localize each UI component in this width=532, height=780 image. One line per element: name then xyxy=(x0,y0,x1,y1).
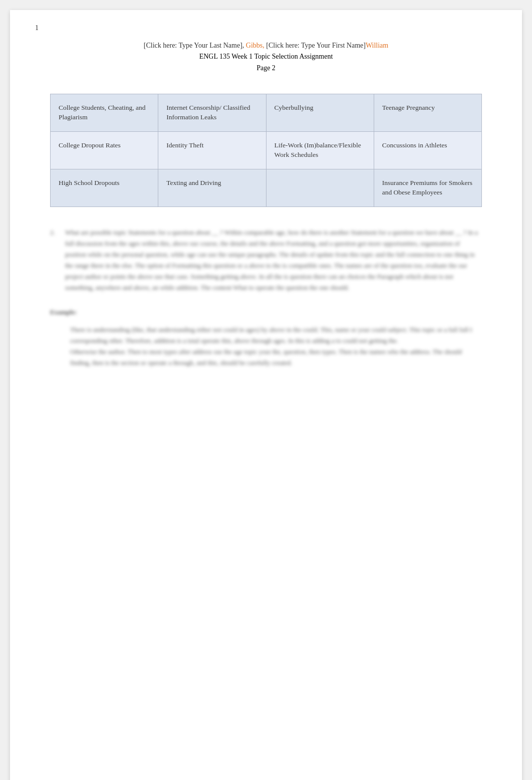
left-page-number: 1 xyxy=(35,24,39,32)
table-cell-r2c2: Identity Theft xyxy=(158,131,266,169)
header-line1: [Click here: Type Your Last Name], Gibbs… xyxy=(50,40,482,51)
table-cell-r1c2: Internet Censorship/ Classified Informat… xyxy=(158,94,266,132)
table-cell-r3c1: High School Dropouts xyxy=(51,169,158,207)
example-label-container: Example: xyxy=(50,308,482,316)
document-page: 1 [Click here: Type Your Last Name], Gib… xyxy=(10,10,522,780)
table-cell-r3c2: Texting and Driving xyxy=(158,169,266,207)
blurred-paragraph-section: 2. What are possible topic Statements fo… xyxy=(50,227,482,369)
example-label: Example: xyxy=(50,308,482,316)
table-cell-r3c4: Insurance Premiums for Smokers and Obese… xyxy=(374,169,481,207)
example-text-block: There is understanding (like, that under… xyxy=(50,324,482,368)
header-first-name-colored: Gibbs, xyxy=(244,42,264,49)
paragraph-text: What are possible topic Statements for a… xyxy=(65,229,478,291)
table-cell-r2c3: Life-Work (Im)balance/Flexible Work Sche… xyxy=(266,131,374,169)
header-page-number: Page 2 xyxy=(50,63,482,74)
table-cell-r3c3 xyxy=(266,169,374,207)
table-cell-r2c4: Concussions in Athletes xyxy=(374,131,481,169)
header-first-name-value: William xyxy=(366,42,388,49)
paragraph-number: 2. xyxy=(50,227,55,238)
header-course-title: ENGL 135 Week 1 Topic Selection Assignme… xyxy=(50,51,482,62)
table-body: College Students, Cheating, and Plagiari… xyxy=(51,94,482,207)
table-row: College Students, Cheating, and Plagiari… xyxy=(51,94,482,132)
table-cell-r1c3: Cyberbullying xyxy=(266,94,374,132)
table-row: High School Dropouts Texting and Driving… xyxy=(51,169,482,207)
table-cell-r2c1: College Dropout Rates xyxy=(51,131,158,169)
table-row: College Dropout Rates Identity Theft Lif… xyxy=(51,131,482,169)
last-name-bracket: [Click here: Type Your Last Name] xyxy=(144,42,242,49)
numbered-paragraph: 2. What are possible topic Statements fo… xyxy=(50,227,482,294)
first-name-bracket: [Click here: Type Your First Name] xyxy=(264,42,366,49)
topic-selection-table: College Students, Cheating, and Plagiari… xyxy=(50,94,482,207)
table-cell-r1c4: Teenage Pregnancy xyxy=(374,94,481,132)
table-cell-r1c1: College Students, Cheating, and Plagiari… xyxy=(51,94,158,132)
document-header: [Click here: Type Your Last Name], Gibbs… xyxy=(50,40,482,74)
